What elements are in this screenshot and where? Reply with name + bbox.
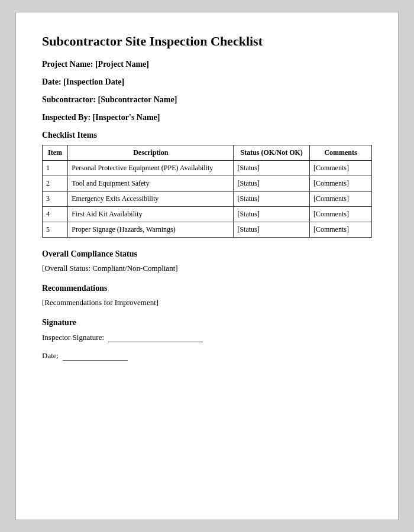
recommendations-value: [Recommendations for Improvement] xyxy=(42,298,372,307)
recommendations-section: Recommendations [Recommendations for Imp… xyxy=(42,284,372,307)
compliance-section: Overall Compliance Status [Overall Statu… xyxy=(42,249,372,273)
signature-date-line: Date: xyxy=(42,351,372,361)
row-item-num: 5 xyxy=(43,222,68,238)
date-label: Date: xyxy=(42,77,62,86)
col-header-description: Description xyxy=(68,145,234,161)
row-status: [Status] xyxy=(234,222,309,238)
row-comments: [Comments] xyxy=(309,207,371,222)
subcontractor-field: Subcontractor: [Subcontractor Name] xyxy=(42,95,372,105)
row-status: [Status] xyxy=(234,207,309,222)
subcontractor-label: Subcontractor: xyxy=(42,95,96,104)
col-header-item: Item xyxy=(43,145,68,161)
inspected-by-label: Inspected By: xyxy=(42,113,90,122)
signature-label: Signature xyxy=(42,318,372,327)
row-description: First Aid Kit Availability xyxy=(68,207,234,222)
row-comments: [Comments] xyxy=(309,176,371,192)
inspector-signature-label: Inspector Signature: xyxy=(42,333,104,342)
row-item-num: 3 xyxy=(43,192,68,207)
signature-date-label: Date: xyxy=(42,351,59,360)
project-name-label: Project Name: xyxy=(42,60,93,69)
inspector-signature-line: Inspector Signature: xyxy=(42,332,372,342)
date-field: Date: [Inspection Date] xyxy=(42,77,372,87)
row-description: Emergency Exits Accessibility xyxy=(68,192,234,207)
checklist-table: Item Description Status (OK/Not OK) Comm… xyxy=(42,145,372,238)
signature-underline xyxy=(108,332,203,342)
row-description: Proper Signage (Hazards, Warnings) xyxy=(68,222,234,238)
col-header-comments: Comments xyxy=(309,145,371,161)
row-status: [Status] xyxy=(234,176,309,192)
signature-section: Signature Inspector Signature: Date: xyxy=(42,318,372,361)
compliance-label: Overall Compliance Status xyxy=(42,249,372,259)
project-name-value: [Project Name] xyxy=(95,60,149,69)
recommendations-label: Recommendations xyxy=(42,284,372,293)
row-item-num: 4 xyxy=(43,207,68,222)
document-page: Subcontractor Site Inspection Checklist … xyxy=(15,12,399,520)
row-comments: [Comments] xyxy=(309,161,371,176)
row-comments: [Comments] xyxy=(309,222,371,238)
row-description: Tool and Equipment Safety xyxy=(68,176,234,192)
subcontractor-value: [Subcontractor Name] xyxy=(98,95,177,104)
row-comments: [Comments] xyxy=(309,192,371,207)
project-name-field: Project Name: [Project Name] xyxy=(42,60,372,69)
table-row: 5Proper Signage (Hazards, Warnings)[Stat… xyxy=(43,222,372,238)
date-value: [Inspection Date] xyxy=(63,77,124,86)
inspected-by-value: [Inspector's Name] xyxy=(93,113,160,122)
table-row: 3Emergency Exits Accessibility[Status][C… xyxy=(43,192,372,207)
row-item-num: 2 xyxy=(43,176,68,192)
table-row: 4First Aid Kit Availability[Status][Comm… xyxy=(43,207,372,222)
table-row: 1Personal Protective Equipment (PPE) Ava… xyxy=(43,161,372,176)
row-item-num: 1 xyxy=(43,161,68,176)
row-status: [Status] xyxy=(234,161,309,176)
checklist-section-label: Checklist Items xyxy=(42,131,372,140)
compliance-value: [Overall Status: Compliant/Non-Compliant… xyxy=(42,264,372,273)
row-status: [Status] xyxy=(234,192,309,207)
col-header-status: Status (OK/Not OK) xyxy=(234,145,309,161)
row-description: Personal Protective Equipment (PPE) Avai… xyxy=(68,161,234,176)
signature-date-underline xyxy=(63,351,128,361)
document-title: Subcontractor Site Inspection Checklist xyxy=(42,34,372,49)
table-row: 2Tool and Equipment Safety[Status][Comme… xyxy=(43,176,372,192)
inspected-by-field: Inspected By: [Inspector's Name] xyxy=(42,113,372,122)
